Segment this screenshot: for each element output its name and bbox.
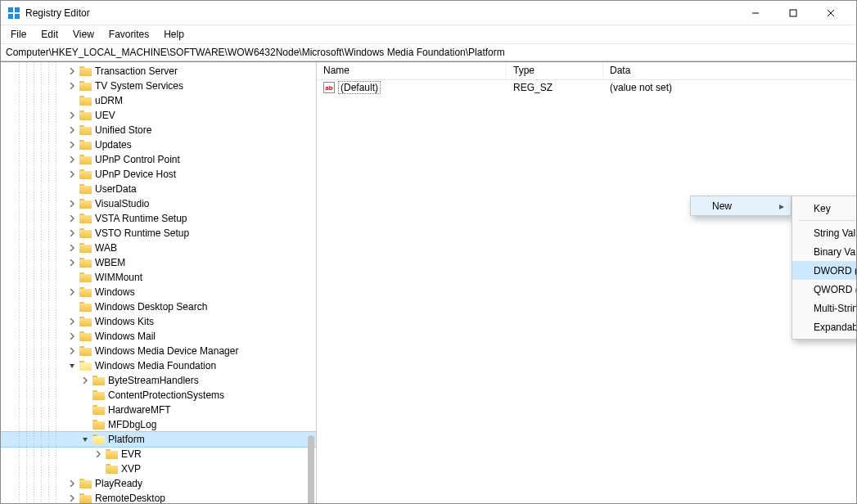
registry-tree[interactable]: Transaction ServerTV System ServicesuDRM…	[1, 64, 316, 503]
chevron-right-icon[interactable]	[66, 257, 78, 268]
chevron-right-icon[interactable]	[79, 375, 91, 386]
col-name[interactable]: Name	[317, 62, 507, 79]
regedit-icon	[7, 7, 20, 20]
tree-item[interactable]: PlayReady	[1, 476, 316, 491]
chevron-right-icon[interactable]	[66, 169, 78, 180]
tree-item[interactable]: Windows Media Foundation	[1, 358, 316, 373]
chevron-right-icon[interactable]	[66, 65, 78, 77]
tree-item[interactable]: UPnP Control Point	[1, 152, 316, 167]
submenu-arrow-icon: ▸	[779, 200, 784, 212]
menu-favorites[interactable]: Favorites	[102, 27, 156, 42]
menu-help[interactable]: Help	[157, 27, 191, 42]
tree-item[interactable]: UEV	[1, 108, 316, 123]
address-bar[interactable]: Computer\HKEY_LOCAL_MACHINE\SOFTWARE\WOW…	[1, 43, 856, 61]
tree-item[interactable]: EVR	[1, 447, 316, 461]
menu-file[interactable]: File	[4, 27, 33, 42]
tree-label: Windows Media Foundation	[95, 360, 216, 371]
menu-edit[interactable]: Edit	[34, 27, 65, 42]
tree-item[interactable]: WAB	[1, 241, 316, 255]
context-item[interactable]: Key	[792, 199, 856, 218]
tree-item[interactable]: ByteStreamHandlers	[1, 373, 316, 388]
tree-item[interactable]: TV System Services	[1, 79, 316, 93]
chevron-none	[66, 301, 78, 313]
tree-item[interactable]: Platform	[1, 432, 316, 447]
tree-item[interactable]: UPnP Device Host	[1, 167, 316, 182]
tree-item[interactable]: VisualStudio	[1, 196, 316, 211]
tree-label: MFDbgLog	[108, 419, 156, 430]
folder-icon	[79, 154, 92, 165]
folder-icon	[92, 389, 105, 401]
folder-icon	[79, 80, 92, 92]
chevron-right-icon[interactable]	[92, 448, 104, 460]
tree-item[interactable]: Windows Kits	[1, 314, 316, 329]
tree-item[interactable]: WIMMount	[1, 270, 316, 285]
context-item[interactable]: Multi-String Value	[792, 299, 856, 317]
tree-label: XVP	[121, 463, 141, 475]
tree-item[interactable]: MFDbgLog	[1, 417, 316, 432]
tree-label: Windows Desktop Search	[95, 301, 207, 313]
chevron-right-icon[interactable]	[66, 198, 78, 209]
chevron-none	[66, 95, 78, 106]
chevron-right-icon[interactable]	[66, 331, 78, 342]
tree-item[interactable]: Windows Desktop Search	[1, 299, 316, 314]
context-item[interactable]: QWORD (64-bit) Value	[792, 280, 856, 299]
tree-item[interactable]: Transaction Server	[1, 64, 316, 79]
context-item-new[interactable]: New ▸	[691, 196, 791, 215]
chevron-right-icon[interactable]	[66, 80, 78, 92]
tree-item[interactable]: HardwareMFT	[1, 403, 316, 417]
close-button[interactable]	[812, 1, 850, 25]
minimize-button[interactable]	[737, 1, 774, 25]
context-item[interactable]: DWORD (32-bit) Value	[792, 261, 856, 280]
context-item[interactable]: Binary Value	[792, 242, 856, 261]
chevron-right-icon[interactable]	[66, 493, 78, 503]
tree-label: Platform	[108, 434, 145, 445]
tree-item[interactable]: VSTO Runtime Setup	[1, 226, 316, 241]
tree-item[interactable]: Windows Mail	[1, 329, 316, 344]
tree-label: Windows Media Device Manager	[95, 345, 238, 357]
tree-item[interactable]: RemoteDesktop	[1, 491, 316, 503]
chevron-right-icon[interactable]	[66, 124, 78, 136]
chevron-right-icon[interactable]	[66, 227, 78, 239]
scrollbar-thumb[interactable]	[308, 435, 314, 503]
chevron-right-icon[interactable]	[66, 316, 78, 327]
col-data[interactable]: Data	[603, 62, 856, 79]
tree-item[interactable]: UserData	[1, 182, 316, 196]
tree-item[interactable]: XVP	[1, 461, 316, 476]
tree-label: WBEM	[95, 257, 125, 268]
chevron-right-icon[interactable]	[66, 286, 78, 298]
context-item[interactable]: Expandable String Value	[792, 317, 856, 336]
tree-item[interactable]: ContentProtectionSystems	[1, 388, 316, 403]
tree-item[interactable]: Windows	[1, 285, 316, 299]
tree-item[interactable]: uDRM	[1, 93, 316, 108]
tree-pane: Transaction ServerTV System ServicesuDRM…	[1, 62, 317, 503]
value-data: (value not set)	[603, 82, 856, 93]
tree-label: VisualStudio	[95, 198, 150, 209]
tree-item[interactable]: Updates	[1, 137, 316, 152]
tree-label: WIMMount	[95, 272, 142, 283]
value-row[interactable]: ab(Default)REG_SZ(value not set)	[317, 80, 856, 95]
context-menu-new: New ▸	[690, 196, 792, 216]
chevron-right-icon[interactable]	[66, 213, 78, 224]
chevron-right-icon[interactable]	[66, 154, 78, 165]
tree-item[interactable]: VSTA Runtime Setup	[1, 211, 316, 226]
tree-item[interactable]: WBEM	[1, 255, 316, 270]
chevron-right-icon[interactable]	[66, 110, 78, 121]
chevron-right-icon[interactable]	[66, 242, 78, 254]
titlebar: Registry Editor	[1, 1, 856, 25]
folder-icon	[79, 124, 92, 136]
maximize-button[interactable]	[774, 1, 812, 25]
chevron-down-icon[interactable]	[66, 360, 78, 371]
chevron-down-icon[interactable]	[79, 434, 91, 445]
menu-view[interactable]: View	[66, 27, 101, 42]
tree-item[interactable]: Unified Store	[1, 123, 316, 137]
tree-label: VSTO Runtime Setup	[95, 227, 189, 239]
tree-label: ByteStreamHandlers	[108, 375, 199, 386]
chevron-right-icon[interactable]	[66, 139, 78, 151]
context-item[interactable]: String Value	[792, 223, 856, 242]
col-type[interactable]: Type	[507, 62, 603, 79]
tree-item[interactable]: Windows Media Device Manager	[1, 344, 316, 358]
list-body[interactable]: ab(Default)REG_SZ(value not set)	[317, 80, 856, 503]
folder-icon	[92, 434, 105, 445]
chevron-right-icon[interactable]	[66, 345, 78, 357]
chevron-right-icon[interactable]	[66, 478, 78, 489]
